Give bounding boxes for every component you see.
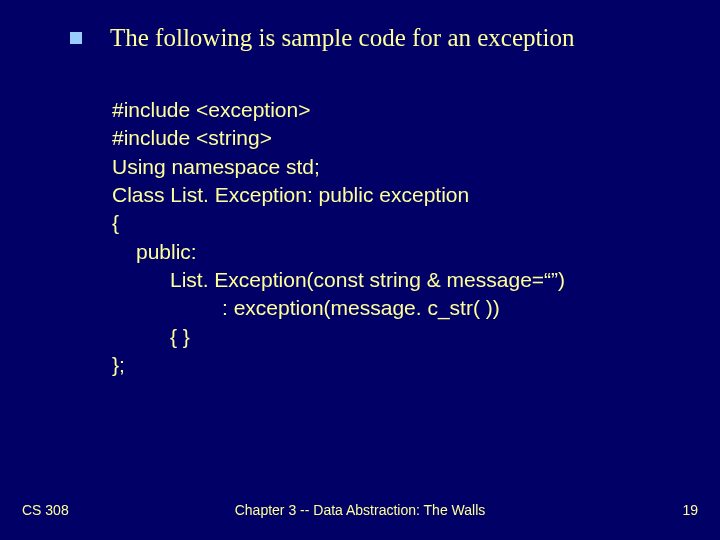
bullet-square-icon (70, 32, 82, 44)
bullet-text: The following is sample code for an exce… (110, 24, 574, 52)
bullet-item: The following is sample code for an exce… (70, 24, 574, 52)
code-block: #include <exception> #include <string> U… (112, 96, 565, 379)
slide: The following is sample code for an exce… (0, 0, 720, 540)
code-line: Class List. Exception: public exception (112, 181, 565, 209)
code-line: #include <exception> (112, 96, 565, 124)
code-line: #include <string> (112, 124, 565, 152)
code-line: { } (112, 323, 565, 351)
code-line: public: (112, 238, 565, 266)
code-line: }; (112, 351, 565, 379)
code-line: List. Exception(const string & message=“… (112, 266, 565, 294)
code-line: : exception(message. c_str( )) (112, 294, 565, 322)
code-line: { (112, 209, 565, 237)
footer-chapter: Chapter 3 -- Data Abstraction: The Walls (0, 502, 720, 518)
code-line: Using namespace std; (112, 153, 565, 181)
footer-page-number: 19 (682, 502, 698, 518)
